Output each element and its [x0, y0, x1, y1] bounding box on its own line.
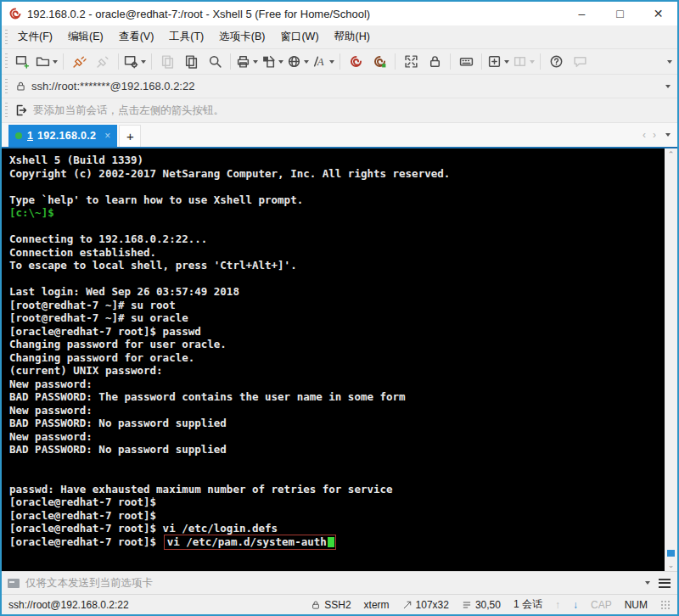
minimize-button[interactable]: –	[563, 2, 601, 25]
open-web-button[interactable]	[285, 52, 311, 72]
window-title: 192.168.0.2 - oracle@redhat-7:/root - Xs…	[27, 8, 370, 20]
xftp-launcher-button[interactable]	[368, 52, 391, 72]
addressbar-grip[interactable]	[5, 79, 8, 93]
terminal-line: Connecting to 192.168.0.2:22...	[9, 232, 665, 246]
new-session-button[interactable]	[10, 52, 34, 72]
address-url[interactable]: ssh://root:*******@192.168.0.2:22	[31, 80, 194, 92]
status-session-count: 1 会话	[513, 597, 542, 612]
help-button[interactable]	[544, 52, 568, 72]
tab-list-caret[interactable]	[665, 133, 671, 137]
terminal-output[interactable]: Xshell 5 (Build 1339)Copyright (c) 2002-…	[2, 148, 665, 571]
menu-help[interactable]: 帮助(H)	[327, 26, 378, 48]
disconnect-button[interactable]	[91, 52, 115, 72]
send-menu-icon[interactable]	[659, 579, 671, 588]
tab-scroll-left-icon[interactable]: ‹	[643, 129, 646, 141]
font-button[interactable]: A	[311, 52, 336, 72]
address-bar[interactable]: ssh://root:*******@192.168.0.2:22	[2, 74, 677, 98]
terminal-line: [oracle@redhat-7 root]$ vi /etc/pam.d/sy…	[9, 535, 665, 549]
lock-icon	[428, 54, 442, 69]
window-resize-grip[interactable]	[660, 600, 671, 610]
open-folder-icon	[36, 54, 50, 69]
menu-file[interactable]: 文件(F)	[10, 26, 60, 48]
status-bar: ssh://root@192.168.0.2:22 SSH2 xterm 107…	[2, 594, 677, 614]
toolbar-overflow-caret[interactable]	[667, 60, 672, 64]
menubar-grip[interactable]	[5, 30, 8, 44]
send-text-hint[interactable]: 仅将文本发送到当前选项卡	[25, 576, 153, 591]
menu-bar: 文件(F) 编辑(E) 查看(V) 工具(T) 选项卡(B) 窗口(W) 帮助(…	[2, 25, 677, 48]
print-caret[interactable]	[253, 60, 258, 64]
virtual-keyboard-button[interactable]	[454, 52, 478, 72]
terminal-line: Xshell 5 (Build 1339)	[9, 154, 665, 167]
status-cursor-pos: 30,50	[462, 599, 501, 611]
xshell-launcher-icon	[349, 54, 363, 69]
tab-bar: 1 192.168.0.2 × + ‹ ›	[2, 122, 677, 148]
status-lock-icon	[311, 600, 321, 610]
paste-button[interactable]	[179, 52, 203, 72]
color-scheme-caret[interactable]	[278, 60, 283, 64]
close-button[interactable]: ✕	[639, 2, 677, 25]
keyboard-icon	[459, 54, 474, 69]
xshell-launcher-button[interactable]	[344, 52, 368, 72]
tab-192-168-0-2[interactable]: 1 192.168.0.2 ×	[8, 125, 117, 147]
paste-icon	[184, 54, 199, 69]
session-properties-caret[interactable]	[141, 60, 146, 64]
open-session-button[interactable]	[34, 52, 59, 72]
terminal-line	[9, 469, 665, 483]
status-connection-url: ssh://root@192.168.0.2:22	[8, 599, 129, 611]
new-session-icon	[15, 54, 30, 69]
terminal-scrollbar[interactable]: ⌃ ⌄	[665, 148, 677, 571]
terminal-line: Type `help' to learn how to use Xshell p…	[9, 193, 665, 207]
open-web-caret[interactable]	[304, 60, 309, 64]
tab-scroll-right-icon[interactable]: ›	[653, 129, 656, 141]
fullscreen-button[interactable]	[399, 52, 423, 72]
send-text-bar: 仅将文本发送到当前选项卡	[2, 571, 677, 594]
terminal-line: [root@redhat-7 ~]# su oracle	[9, 311, 665, 325]
xshell-window: 192.168.0.2 - oracle@redhat-7:/root - Xs…	[0, 0, 679, 616]
terminal-line: [oracle@redhat-7 root]$ passwd	[9, 325, 665, 339]
maximize-button[interactable]: □	[601, 2, 639, 25]
terminal-line: Changing password for oracle.	[9, 351, 665, 365]
terminal-line: New password:	[9, 378, 665, 391]
address-dropdown-caret[interactable]	[665, 85, 671, 88]
status-caps-lock: CAP	[591, 599, 612, 611]
feedback-button[interactable]	[568, 52, 592, 72]
session-properties-icon	[124, 54, 138, 69]
layout-button[interactable]	[511, 52, 536, 72]
new-window-button[interactable]	[485, 52, 511, 72]
session-properties-button[interactable]	[122, 52, 148, 72]
terminal-line: [oracle@redhat-7 root]$ vi /etc/login.de…	[9, 522, 665, 535]
status-upload-arrow-icon[interactable]: ↑	[555, 599, 560, 611]
color-scheme-button[interactable]	[260, 52, 285, 72]
menu-edit[interactable]: 编辑(E)	[60, 26, 111, 48]
terminal-line: Changing password for user oracle.	[9, 338, 665, 351]
font-caret[interactable]	[329, 60, 334, 64]
print-button[interactable]	[234, 52, 260, 72]
menu-tools[interactable]: 工具(T)	[161, 26, 211, 48]
send-target-icon[interactable]	[8, 579, 20, 588]
find-button[interactable]	[203, 52, 227, 72]
terminal-line: [c:\~]$	[9, 206, 665, 220]
copy-button[interactable]	[155, 52, 179, 72]
scrollbar-up-icon[interactable]: ⌃	[668, 148, 675, 160]
toolbar-separator	[540, 53, 541, 70]
scrollbar-down-icon[interactable]: ⌄	[668, 559, 675, 571]
terminal-line	[9, 456, 665, 470]
tab-close-icon[interactable]: ×	[104, 130, 110, 142]
menu-tab[interactable]: 选项卡(B)	[211, 26, 272, 48]
open-session-caret[interactable]	[53, 60, 58, 64]
new-window-caret[interactable]	[504, 60, 509, 64]
status-download-arrow-icon[interactable]: ↓	[573, 599, 578, 611]
quickbar-grip[interactable]	[5, 103, 8, 118]
lock-screen-button[interactable]	[423, 52, 446, 72]
menu-view[interactable]: 查看(V)	[111, 26, 162, 48]
status-cursor-pos-label: 30,50	[475, 599, 501, 611]
color-scheme-icon	[261, 54, 276, 69]
send-mode-caret[interactable]	[645, 581, 650, 585]
toolbar-grip[interactable]	[5, 53, 8, 70]
new-tab-button[interactable]: +	[119, 125, 141, 147]
menu-window[interactable]: 窗口(W)	[272, 26, 326, 48]
scroll-bottom-indicator[interactable]	[667, 550, 675, 557]
layout-caret[interactable]	[530, 60, 535, 64]
add-session-arrow-icon[interactable]	[14, 104, 28, 117]
reconnect-button[interactable]	[67, 52, 91, 72]
